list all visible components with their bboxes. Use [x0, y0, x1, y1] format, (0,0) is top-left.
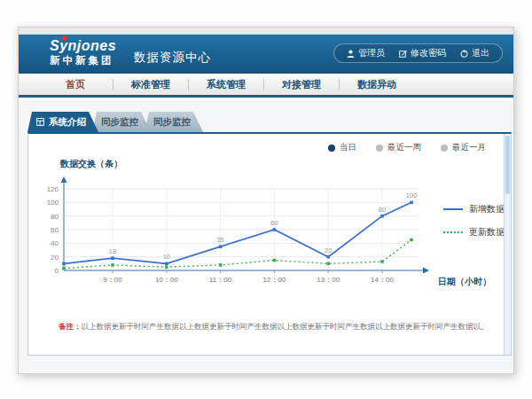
- footer-note: 备注：以上数据更新于时间产生数据以上数据更新于时间产生数据以上数据更新于时间产生…: [59, 322, 484, 332]
- note-text: 以上数据更新于时间产生数据以上数据更新于时间产生数据以上数据更新于时间产生数据以…: [82, 322, 485, 331]
- user-icon: [347, 50, 355, 58]
- svg-text:20: 20: [325, 246, 332, 254]
- svg-text:10：00: 10：00: [155, 276, 178, 284]
- nav-item-system-mgmt[interactable]: 系统管理: [189, 78, 263, 91]
- svg-text:9：00: 9：00: [103, 276, 122, 284]
- logo-subtitle: 新中新集团: [50, 55, 116, 66]
- logout-label: 退出: [472, 47, 489, 59]
- tab-label: 同步监控: [153, 116, 191, 129]
- legend-line-swatch: [443, 208, 463, 210]
- svg-text:60: 60: [51, 226, 59, 234]
- svg-text:100: 100: [47, 199, 59, 207]
- content-area: 系统介绍 同步监控 同步监控 当日 最近一周: [19, 100, 513, 373]
- svg-text:0: 0: [55, 267, 59, 275]
- svg-text:11：00: 11：00: [209, 276, 232, 284]
- current-user[interactable]: 管理员: [347, 47, 385, 59]
- radio-last-week[interactable]: 最近一周: [376, 142, 421, 153]
- svg-text:100: 100: [406, 192, 418, 200]
- chart-legend: 新增数据 更新数据: [443, 203, 505, 239]
- user-menu: 管理员 修改密码 退出: [333, 43, 503, 63]
- radio-today[interactable]: 当日: [328, 142, 356, 153]
- svg-text:13：00: 13：00: [317, 276, 340, 284]
- power-icon: [460, 50, 468, 58]
- legend-dotted-swatch: [443, 231, 463, 233]
- radio-label: 最近一周: [387, 142, 421, 153]
- legend-label: 新增数据: [469, 203, 505, 215]
- user-name-label: 管理员: [358, 47, 385, 59]
- legend-item-update-data: 更新数据: [443, 226, 505, 239]
- radio-label: 当日: [340, 142, 356, 153]
- svg-text:12：00: 12：00: [263, 276, 286, 284]
- change-password-button[interactable]: 修改密码: [399, 47, 446, 59]
- radio-dot-icon: [328, 145, 335, 152]
- line-chart: 0204060801001209：0010：0011：0012：0013：001…: [34, 173, 433, 290]
- scrollbar-thumb[interactable]: [505, 136, 510, 194]
- svg-text:10: 10: [163, 253, 170, 261]
- radio-dot-icon: [441, 145, 448, 152]
- main-nav: 首页 标准管理 系统管理 对接管理 数据异动: [19, 74, 513, 98]
- nav-item-data-changes[interactable]: 数据异动: [340, 78, 414, 91]
- logout-button[interactable]: 退出: [460, 47, 489, 59]
- radio-label: 最近一月: [452, 142, 486, 153]
- window-top-strip: [19, 27, 513, 35]
- form-icon: [36, 118, 44, 126]
- tab-sync-monitor-1[interactable]: 同步监控: [92, 112, 151, 132]
- tab-system-intro[interactable]: 系统介绍: [27, 112, 98, 132]
- edit-icon: [399, 50, 407, 58]
- logo-text: Synjones: [50, 38, 116, 53]
- tab-label: 同步监控: [101, 116, 138, 129]
- chart-panel: 当日 最近一周 最近一月 数据交换（条） 0204060801001209：00…: [27, 132, 512, 356]
- radio-dot-icon: [376, 145, 383, 152]
- nav-item-integration-mgmt[interactable]: 对接管理: [264, 78, 339, 91]
- svg-text:14：00: 14：00: [371, 276, 394, 284]
- time-range-filter: 当日 最近一周 最近一月: [328, 142, 486, 153]
- panel-scrollbar[interactable]: [504, 134, 511, 355]
- note-label: 备注：: [59, 322, 82, 331]
- svg-text:120: 120: [47, 185, 59, 193]
- radio-last-month[interactable]: 最近一月: [441, 142, 486, 153]
- page-title: 数据资源中心: [134, 50, 211, 66]
- nav-item-home[interactable]: 首页: [38, 78, 113, 91]
- brand-logo: Synjones 新中新集团: [50, 38, 116, 66]
- x-axis-title: 日期（小时）: [438, 276, 491, 288]
- legend-label: 更新数据: [469, 226, 505, 239]
- svg-text:18: 18: [109, 247, 116, 255]
- app-header: Synjones 新中新集团 数据资源中心 管理员 修改密码 退出: [19, 35, 513, 74]
- desktop-background: Synjones 新中新集团 数据资源中心 管理员 修改密码 退出: [0, 0, 532, 399]
- svg-text:80: 80: [379, 206, 386, 214]
- change-password-label: 修改密码: [411, 47, 446, 59]
- app-window: Synjones 新中新集团 数据资源中心 管理员 修改密码 退出: [18, 27, 514, 374]
- tab-bar: 系统介绍 同步监控 同步监控: [27, 112, 197, 132]
- svg-text:60: 60: [270, 219, 278, 227]
- svg-text:35: 35: [216, 236, 223, 244]
- nav-item-standard-mgmt[interactable]: 标准管理: [113, 78, 188, 91]
- svg-text:20: 20: [51, 254, 59, 262]
- tab-sync-monitor-2[interactable]: 同步监控: [145, 112, 203, 132]
- tab-label: 系统介绍: [49, 116, 86, 129]
- legend-item-new-data: 新增数据: [443, 203, 505, 215]
- svg-text:40: 40: [51, 239, 59, 247]
- y-axis-title: 数据交换（条）: [60, 158, 122, 170]
- svg-text:80: 80: [51, 213, 59, 221]
